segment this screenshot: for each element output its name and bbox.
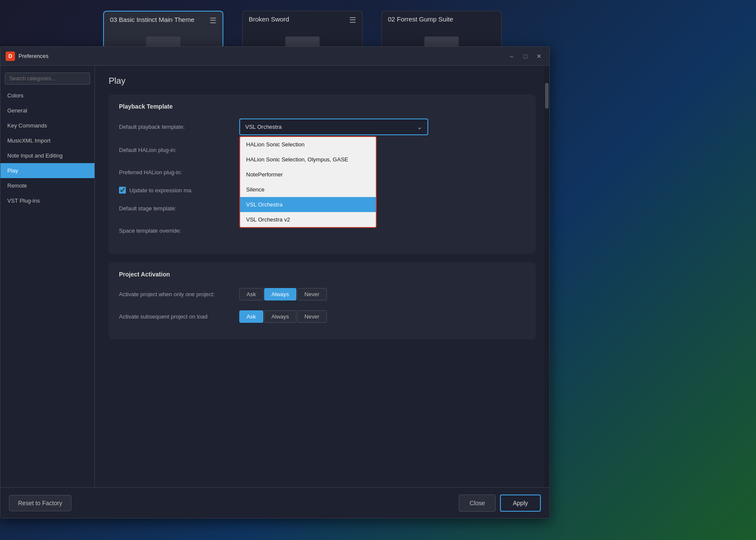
dropdown-option-vsl-orchestra[interactable]: VSL Orchestra [240,197,376,212]
minimize-button[interactable]: – [506,51,517,61]
default-stage-label: Default stage template: [119,205,239,212]
arrow-indicator [376,179,377,185]
update-expression-checkbox[interactable] [119,187,126,194]
activate-one-never-button[interactable]: Never [297,288,327,300]
default-template-label: Default playback template: [119,124,239,130]
activate-subsequent-row: Activate subsequent project on load Ask … [119,309,525,324]
title-bar-controls: – □ ✕ [506,51,544,61]
title-bar-left: D Preferences [6,52,49,61]
sidebar-item-note-input[interactable]: Note Input and Editing [0,148,94,163]
sidebar: Colors General Key Commands MusicXML Imp… [0,66,95,487]
activate-subsequent-btn-group: Ask Always Never [239,310,437,323]
default-halion-label: Default HALion plug-in: [119,147,239,153]
tab-menu-icon-basic-instinct[interactable]: ☰ [210,16,216,25]
title-bar: D Preferences – □ ✕ [0,47,549,66]
sidebar-item-general[interactable]: General [0,103,94,118]
page-title: Play [109,76,536,86]
project-activation-title: Project Activation [119,271,525,278]
dropdown-option-halion-sonic[interactable]: HALion Sonic Selection [240,137,376,152]
project-activation-section: Project Activation Activate project when… [109,262,536,340]
activate-subsequent-control: Ask Always Never [239,310,437,323]
activate-one-label: Activate project when only one project: [119,291,239,297]
default-template-control: VSL Orchestra ⌄ HALion Sonic Selection H… [239,118,437,135]
sidebar-item-vst-plugins[interactable]: VST Plug-ins [0,193,94,208]
sidebar-item-key-commands[interactable]: Key Commands [0,118,94,133]
activate-one-ask-button[interactable]: Ask [239,288,263,300]
activate-one-always-button[interactable]: Always [264,288,296,300]
search-input[interactable] [5,73,90,85]
sidebar-item-play[interactable]: Play [0,163,94,178]
playback-template-title: Playback Template [119,103,525,110]
sidebar-item-remote[interactable]: Remote [0,178,94,193]
activate-subsequent-always-button[interactable]: Always [264,310,296,323]
update-expression-label: Update to expression ma [129,187,192,194]
activate-subsequent-label: Activate subsequent project on load [119,313,239,320]
activate-subsequent-never-button[interactable]: Never [297,310,327,323]
close-dialog-button[interactable]: ✕ [534,51,544,61]
dialog-footer: Reset to Factory Close Apply [0,487,549,518]
arrow-head-icon [376,179,377,185]
dialog-title: Preferences [18,53,49,59]
main-content: Play Playback Template Default playback … [95,66,549,487]
scrollbar-thumb[interactable] [545,83,549,109]
sidebar-item-musicxml[interactable]: MusicXML Import [0,133,94,148]
activate-one-btn-group: Ask Always Never [239,288,437,300]
dropdown-value: VSL Orchestra [245,124,282,130]
dropdown-option-halion-sonic-olympus[interactable]: HALion Sonic Selection, Olympus, GASE [240,152,376,167]
dropdown-option-noteperformer[interactable]: NotePerformer [240,167,376,182]
maximize-button[interactable]: □ [520,51,530,61]
close-button[interactable]: Close [459,494,496,512]
tab-menu-icon-broken-sword[interactable]: ☰ [349,15,356,25]
tab-title-broken-sword: Broken Sword [249,15,289,23]
footer-left: Reset to Factory [9,495,71,511]
tab-title-basic-instinct: 03 Basic Instinct Main Theme [110,16,194,23]
activate-one-control: Ask Always Never [239,288,437,300]
space-template-label: Space template override: [119,228,239,234]
footer-right: Close Apply [459,494,541,512]
dropdown-option-silence[interactable]: Silence [240,182,376,197]
apply-button[interactable]: Apply [500,494,541,512]
preferences-dialog: D Preferences – □ ✕ Colors General Key C… [0,46,550,519]
activate-subsequent-ask-button[interactable]: Ask [239,310,263,323]
dropdown-list: HALion Sonic Selection HALion Sonic Sele… [239,136,377,228]
dialog-body: Colors General Key Commands MusicXML Imp… [0,66,549,487]
playback-template-section: Playback Template Default playback templ… [109,94,536,254]
preferred-halion-label: Preferred HALion plug-in: [119,169,239,176]
activate-one-row: Activate project when only one project: … [119,286,525,302]
scrollbar-track[interactable] [544,66,549,487]
dropdown-option-vsl-orchestra-v2[interactable]: VSL Orchestra v2 [240,212,376,227]
reset-to-factory-button[interactable]: Reset to Factory [9,495,71,511]
tab-title-forrest-gump: 02 Forrest Gump Suite [388,15,453,23]
chevron-down-icon: ⌄ [417,123,422,131]
app-icon: D [6,52,15,61]
default-template-dropdown[interactable]: VSL Orchestra ⌄ [239,118,428,135]
sidebar-item-colors[interactable]: Colors [0,88,94,103]
default-template-row: Default playback template: VSL Orchestra… [119,118,525,135]
